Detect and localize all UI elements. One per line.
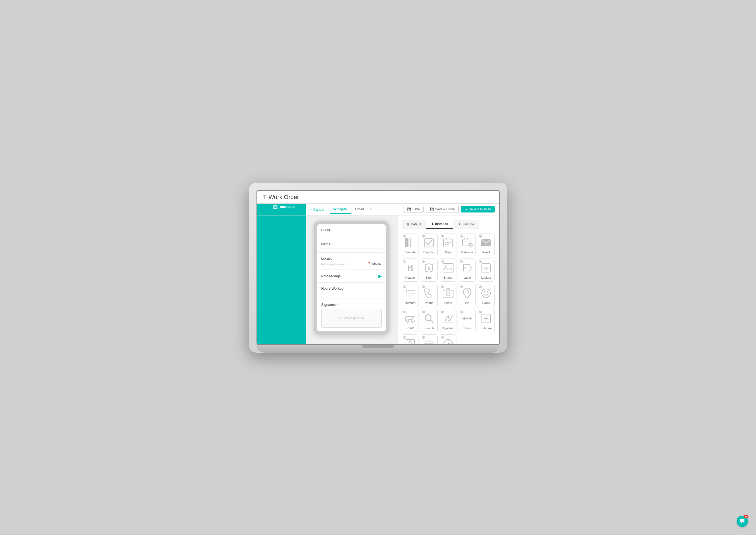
signature-widget-label: Signature xyxy=(442,326,454,330)
cancel-button[interactable]: ← Cancel xyxy=(306,208,328,211)
rdw-info-icon: ⓘ xyxy=(403,310,406,314)
svg-rect-7 xyxy=(413,238,413,247)
publish-button[interactable]: ☁ Save & Publish xyxy=(461,206,494,212)
tab-favorite[interactable]: ★ Favorite xyxy=(453,220,479,229)
widget-pin[interactable]: ⓘ Pin xyxy=(459,284,476,307)
laptop-frame: T Work Order moreapp ← Cancel xyxy=(249,183,507,352)
widget-lookup[interactable]: ⓘ Lookup xyxy=(478,259,495,282)
search-label: Search xyxy=(424,326,434,330)
form-field-client[interactable]: Client xyxy=(317,224,386,238)
widget-photo[interactable]: ⓘ Photo xyxy=(440,284,457,307)
image-label: Image xyxy=(444,276,452,279)
label-label: Label xyxy=(463,276,471,279)
chat-button[interactable]: 9+ xyxy=(737,516,748,527)
form-field-proceedings[interactable]: Proceedings ▶ xyxy=(317,270,386,283)
form-field-hours-worked[interactable]: Hours Worked xyxy=(317,283,386,299)
widget-label[interactable]: ⓘ Label xyxy=(459,259,476,282)
widget-barcode[interactable]: ⓘ Barcode xyxy=(402,233,419,256)
textarea-info-icon: ⓘ xyxy=(422,336,425,339)
widget-datetime[interactable]: ⓘ Datetime xyxy=(459,233,476,256)
widget-html[interactable]: ⓘ 5 Html xyxy=(421,259,438,282)
email-info-icon: ⓘ xyxy=(479,235,482,238)
save-button[interactable]: 💾 Save xyxy=(403,206,423,213)
device-inner: Client Name xyxy=(317,224,386,331)
proceedings-row: Proceedings ▶ xyxy=(321,273,382,279)
widget-rdw[interactable]: ⓘ RDW xyxy=(402,309,419,332)
tab-installed[interactable]: ⬇ Installed xyxy=(426,220,453,229)
lookup-label: Lookup xyxy=(481,276,491,279)
barcode-label: Barcode xyxy=(404,251,416,254)
chat-icon xyxy=(740,519,745,524)
svg-text:3: 3 xyxy=(406,295,407,297)
widget-header[interactable]: ⓘ B Header xyxy=(402,259,419,282)
lookup-info-icon: ⓘ xyxy=(479,260,482,264)
widget-text[interactable]: ⓘ Text xyxy=(402,334,419,344)
svg-rect-1 xyxy=(406,238,407,247)
widget-search[interactable]: ⓘ Search xyxy=(421,309,438,332)
svg-rect-8 xyxy=(414,238,414,247)
time-info-icon: ⓘ xyxy=(441,336,444,339)
svg-rect-19 xyxy=(447,244,449,245)
svg-rect-2 xyxy=(407,238,408,247)
date-label: Date xyxy=(445,251,451,254)
floppy-icon: 💾 xyxy=(407,208,411,211)
slider-label: Slider xyxy=(463,326,471,330)
photo-info-icon: ⓘ xyxy=(441,285,444,289)
page-title-bar: T Work Order xyxy=(257,191,499,204)
svg-point-41 xyxy=(446,292,450,296)
tab-widgets[interactable]: Widgets xyxy=(330,205,351,214)
widget-number[interactable]: ⓘ 123 Number xyxy=(402,284,419,307)
proceedings-chevron-icon: ▶ xyxy=(378,273,382,279)
widget-signature[interactable]: ⓘ Signature xyxy=(440,309,457,332)
form-field-name[interactable]: Name xyxy=(317,238,386,253)
svg-marker-53 xyxy=(462,317,465,320)
save-close-button[interactable]: 💾 Save & Close xyxy=(426,206,459,213)
form-field-location[interactable]: Location Retrieving location... 📍 Update xyxy=(317,253,386,270)
tab-default[interactable]: ⊞ Default xyxy=(402,220,426,229)
save-close-icon: 💾 xyxy=(430,208,434,211)
widget-date[interactable]: ⓘ Date xyxy=(440,233,457,256)
location-placeholder: Retrieving location... xyxy=(321,263,348,266)
widget-phone[interactable]: ⓘ Phone xyxy=(421,284,438,307)
widget-image[interactable]: ⓘ Image xyxy=(440,259,457,282)
widget-subform[interactable]: ⓘ Subform xyxy=(478,309,495,332)
hours-worked-label: Hours Worked xyxy=(321,287,382,291)
tab-email[interactable]: Email xyxy=(351,205,368,214)
update-button[interactable]: 📍 Update xyxy=(367,262,381,265)
form-field-signature[interactable]: Signature * ✏ Draw signature xyxy=(317,299,386,331)
widget-checkbox[interactable]: ⓘ Checkbox xyxy=(421,233,438,256)
form-preview-area: Client Name xyxy=(306,215,397,344)
svg-rect-33 xyxy=(482,264,490,272)
svg-rect-40 xyxy=(443,290,453,298)
page-title: Work Order xyxy=(269,194,299,201)
signature-box[interactable]: ✏ Draw signature xyxy=(321,309,382,327)
header-info-icon: ⓘ xyxy=(403,260,406,264)
widget-slider[interactable]: ⓘ Slider xyxy=(459,309,476,332)
grid-icon: ⊞ xyxy=(407,222,410,226)
svg-rect-27 xyxy=(481,239,491,246)
svg-rect-9 xyxy=(415,238,415,247)
left-sidebar xyxy=(257,215,306,344)
widget-textarea[interactable]: ⓘ Text Area xyxy=(421,334,438,344)
svg-point-32 xyxy=(464,267,466,268)
subform-label: Subform xyxy=(480,326,492,330)
svg-point-44 xyxy=(484,291,488,296)
svg-rect-0 xyxy=(405,238,406,247)
widget-email[interactable]: ⓘ Email xyxy=(478,233,495,256)
barcode-info-icon: ⓘ xyxy=(403,235,406,238)
widget-radio[interactable]: ⓘ Radio xyxy=(478,284,495,307)
phone-label: Phone xyxy=(425,301,434,304)
datetime-info-icon: ⓘ xyxy=(460,235,463,238)
star-icon: ★ xyxy=(458,222,461,226)
name-label: Name xyxy=(321,242,382,246)
client-label: Client xyxy=(321,228,382,232)
image-info-icon: ⓘ xyxy=(441,260,444,264)
svg-point-43 xyxy=(482,289,490,297)
logo: moreapp xyxy=(272,204,295,210)
logo-text: moreapp xyxy=(280,205,295,209)
widget-time[interactable]: ⓘ Time xyxy=(440,334,457,344)
number-info-icon: ⓘ xyxy=(403,285,406,289)
pin-info-icon: ⓘ xyxy=(460,285,463,289)
label-info-icon: ⓘ xyxy=(460,260,463,264)
svg-rect-15 xyxy=(445,242,446,243)
